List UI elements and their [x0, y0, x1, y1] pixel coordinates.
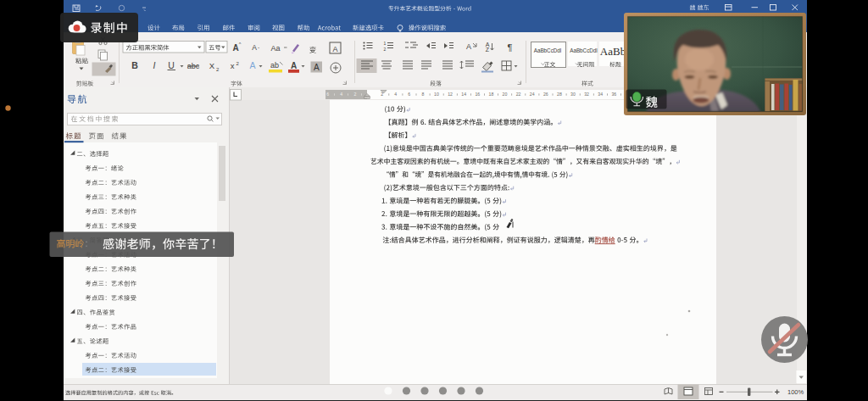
svg-text:I: I — [153, 60, 156, 70]
svg-text:26: 26 — [543, 92, 548, 97]
svg-text:30: 30 — [570, 92, 576, 97]
svg-text:2: 2 — [236, 61, 240, 66]
svg-text:A: A — [291, 61, 297, 70]
svg-text:AaBb: AaBb — [600, 45, 626, 58]
svg-text:10: 10 — [434, 92, 439, 97]
svg-text:A: A — [232, 43, 238, 53]
svg-text:24: 24 — [530, 92, 535, 97]
svg-text:^: ^ — [239, 42, 242, 47]
svg-text:ab: ab — [270, 61, 279, 70]
svg-text:U: U — [168, 60, 175, 70]
svg-text:34: 34 — [598, 92, 603, 97]
svg-text:A: A — [332, 45, 337, 53]
svg-text:28: 28 — [557, 92, 562, 97]
svg-text:Aa: Aa — [270, 44, 280, 53]
svg-text:¶: ¶ — [508, 42, 513, 53]
svg-text:100%: 100% — [787, 388, 804, 396]
svg-text:4: 4 — [340, 92, 342, 97]
svg-text:ˇ: ˇ — [258, 47, 259, 52]
svg-text:4: 4 — [394, 92, 397, 97]
svg-text:A: A — [466, 42, 471, 51]
svg-text:A: A — [314, 63, 320, 72]
svg-text:32: 32 — [584, 92, 589, 97]
svg-text:2: 2 — [216, 67, 220, 72]
svg-text:AaBbCcDdl: AaBbCcDdl — [570, 47, 598, 53]
svg-text:12: 12 — [448, 92, 453, 97]
svg-text:1: 1 — [384, 41, 387, 46]
svg-text:AaBbCcDdl: AaBbCcDdl — [534, 47, 562, 53]
svg-text:18: 18 — [489, 92, 494, 97]
svg-text:X: X — [209, 61, 215, 70]
svg-text:22: 22 — [516, 92, 521, 97]
svg-text:20: 20 — [503, 92, 508, 97]
svg-text:16: 16 — [475, 92, 480, 97]
svg-text:2: 2 — [384, 47, 387, 52]
svg-text:x: x — [231, 61, 235, 70]
svg-text:8: 8 — [421, 92, 424, 97]
svg-text:36: 36 — [611, 92, 616, 97]
svg-text:2: 2 — [353, 92, 356, 97]
svg-text:Z: Z — [486, 47, 490, 53]
svg-text:6: 6 — [408, 92, 410, 97]
svg-text:6: 6 — [326, 92, 329, 97]
svg-text:A: A — [252, 43, 257, 52]
svg-text:14: 14 — [461, 92, 466, 97]
svg-text:A: A — [249, 60, 255, 70]
svg-text:B: B — [131, 60, 138, 70]
